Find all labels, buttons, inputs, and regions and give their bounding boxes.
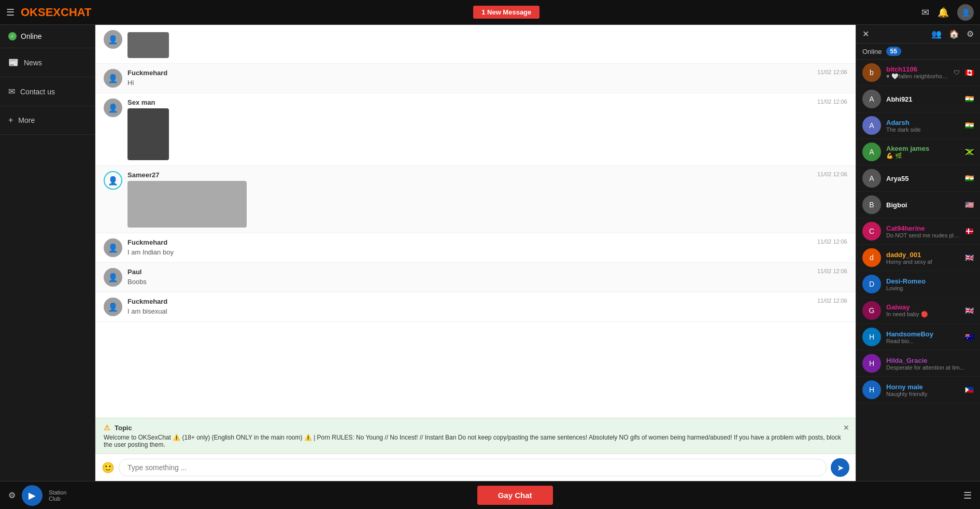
table-row: 👤 Sameer27 11/02 12:06: [95, 166, 856, 233]
emoji-button[interactable]: 🙂: [102, 461, 115, 474]
sidebar-item-contact[interactable]: ✉ Contact us: [0, 77, 95, 106]
list-item[interactable]: A Abhi921 🇮🇳: [856, 86, 980, 112]
flag-icon: 🇬🇧: [965, 253, 974, 262]
chat-input[interactable]: [119, 459, 827, 476]
user-avatar[interactable]: 👤: [957, 4, 974, 21]
new-message-button[interactable]: 1 New Message: [473, 6, 539, 19]
user-info: Desi-Romeo Loving: [886, 277, 969, 291]
list-item[interactable]: H HandsomeBoy Read bio... 🇦🇺: [856, 324, 980, 350]
flag-icon: 🇮🇳: [965, 121, 974, 130]
online-label: Online: [21, 32, 41, 40]
header: ☰ OKSEXCHAT 1 New Message ✉ 🔔 👤: [0, 0, 980, 25]
main-layout: Online 📰 News ✉ Contact us + More 👤: [0, 25, 980, 481]
list-item[interactable]: d daddy_001 Horny and sexy af 🇬🇧: [856, 245, 980, 271]
user-status: Naughty friendly: [886, 391, 960, 397]
menu-icon[interactable]: ☰: [963, 490, 972, 501]
home-icon[interactable]: 🏠: [949, 29, 959, 39]
user-info: Abhi921: [886, 95, 960, 103]
table-row: 👤 Fuckmehard 11/02 12:06 I am bisexual: [95, 292, 856, 322]
user-status: 💪 🌿: [886, 152, 960, 159]
user-status: Horny and sexy af: [886, 259, 960, 265]
more-icon: +: [8, 116, 13, 125]
message-time: 11/02 12:06: [817, 69, 847, 77]
shield-icon: 🛡: [954, 69, 960, 76]
flag-icon: 🇺🇸: [965, 201, 974, 209]
avatar: 👤: [104, 298, 122, 316]
topic-close-button[interactable]: ✕: [843, 423, 849, 432]
avatar: H: [862, 328, 881, 346]
equalizer-icon[interactable]: ⚙: [8, 490, 16, 500]
message-content: Fuckmehard 11/02 12:06 I am bisexual: [127, 298, 847, 315]
message-username: Sameer27: [127, 171, 159, 179]
flag-icon: 🇯🇲: [965, 148, 974, 156]
message-header: Fuckmehard 11/02 12:06: [127, 238, 847, 246]
message-text: I am Indian boy: [127, 248, 847, 256]
sidebar-item-more[interactable]: + More: [0, 106, 95, 135]
header-center: 1 New Message: [98, 6, 916, 19]
message-time: 11/02 12:06: [817, 298, 847, 305]
message-image: [127, 108, 169, 160]
list-item[interactable]: A Arya55 🇮🇳: [856, 165, 980, 192]
avatar: 👤: [104, 171, 122, 190]
message-content: [127, 30, 847, 58]
right-sidebar-header: ✕ 👥 🏠 ⚙: [856, 25, 980, 44]
list-item[interactable]: H Horny male Naughty friendly 🇵🇭: [856, 377, 980, 403]
list-item[interactable]: A Adarsh The dark side 🇮🇳: [856, 112, 980, 139]
message-header: Fuckmehard 11/02 12:06: [127, 298, 847, 305]
online-label: Online: [862, 48, 882, 55]
avatar: 👤: [104, 98, 122, 117]
list-item[interactable]: C Cat94herine Do NOT send me nudes pleas…: [856, 218, 980, 245]
user-info: Arya55: [886, 175, 960, 182]
right-icons: 👥 🏠 ⚙: [931, 29, 974, 39]
message-time: 11/02 12:06: [817, 171, 847, 179]
logo-ok: OK: [21, 6, 38, 19]
username: Arya55: [886, 175, 960, 182]
online-badge: 55: [886, 47, 901, 56]
user-status: Desperate for attention at tim...: [886, 364, 969, 371]
right-close-button[interactable]: ✕: [862, 29, 869, 39]
avatar: H: [862, 380, 881, 399]
list-item[interactable]: H Hilda_Gracie Desperate for attention a…: [856, 350, 980, 377]
message-text: I am bisexual: [127, 307, 847, 315]
table-row: 👤 Fuckmehard 11/02 12:06 I am Indian boy: [95, 233, 856, 263]
list-item[interactable]: A Akeem james 💪 🌿 🇯🇲: [856, 139, 980, 165]
list-item[interactable]: b bitch1106 ♥ 🤍fallen neighborhood... 🛡 …: [856, 60, 980, 86]
avatar: 👤: [104, 30, 122, 49]
play-button[interactable]: ▶: [22, 485, 42, 506]
user-info: Adarsh The dark side: [886, 119, 960, 133]
list-item[interactable]: B Bigboi 🇺🇸: [856, 192, 980, 218]
user-status: ♥ 🤍fallen neighborhood...: [886, 73, 948, 80]
mail-icon[interactable]: ✉: [921, 7, 929, 18]
avatar: C: [862, 222, 881, 241]
sidebar-item-online[interactable]: Online: [0, 25, 95, 48]
station-label: Station Club: [49, 489, 66, 502]
right-sidebar: ✕ 👥 🏠 ⚙ Online 55 b bitch1106 ♥ 🤍fallen …: [856, 25, 980, 481]
users-icon[interactable]: 👥: [931, 29, 942, 39]
username: Hilda_Gracie: [886, 357, 969, 364]
list-item[interactable]: G Galway In need baby 🔴 🇬🇧: [856, 298, 980, 324]
user-info: Cat94herine Do NOT send me nudes please!: [886, 224, 960, 238]
avatar: A: [862, 116, 881, 135]
news-icon: 📰: [8, 58, 19, 67]
hamburger-icon[interactable]: ☰: [6, 7, 15, 18]
gay-chat-button[interactable]: Gay Chat: [477, 486, 553, 505]
chat-input-row: 🙂 ➤: [95, 454, 856, 481]
bottom-right: ☰: [963, 490, 972, 501]
username: Abhi921: [886, 95, 960, 103]
logo: OKSEXCHAT: [21, 6, 92, 19]
more-label: More: [18, 116, 35, 124]
send-button[interactable]: ➤: [831, 458, 849, 477]
flag-icon: 🇨🇦: [965, 68, 974, 77]
message-username: Fuckmehard: [127, 298, 167, 305]
contact-icon: ✉: [8, 87, 15, 96]
topic-warning-icon: ⚠: [104, 423, 110, 432]
username: Desi-Romeo: [886, 277, 969, 285]
online-count-row: Online 55: [856, 44, 980, 60]
avatar: A: [862, 90, 881, 108]
sidebar-item-news[interactable]: 📰 News: [0, 48, 95, 77]
message-content: Fuckmehard 11/02 12:06 I am Indian boy: [127, 238, 847, 256]
bell-icon[interactable]: 🔔: [938, 7, 949, 18]
list-item[interactable]: D Desi-Romeo Loving: [856, 271, 980, 298]
settings-right-icon[interactable]: ⚙: [967, 29, 974, 39]
username: Adarsh: [886, 119, 960, 126]
